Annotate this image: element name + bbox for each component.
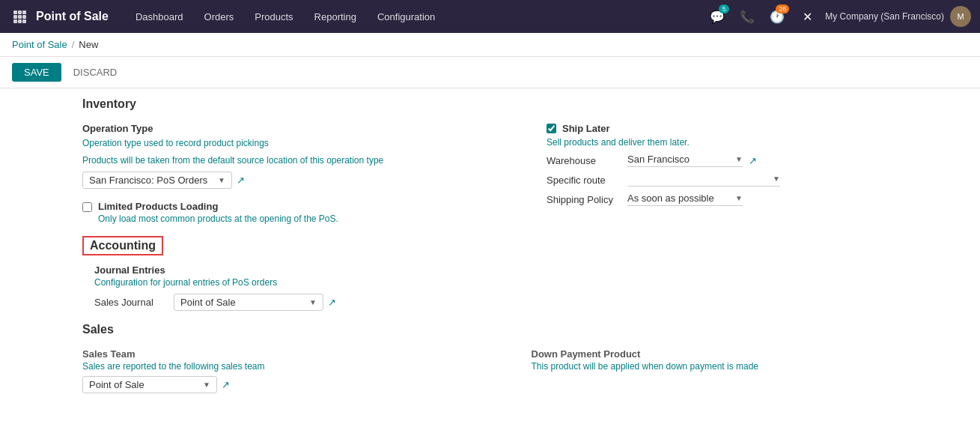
sales-right-col: Down Payment Product This product will b… [502, 348, 951, 393]
sales-team-select-row: Point of Sale ▼ ↗ [82, 376, 502, 393]
ship-later-help: Sell products and deliver them later. [547, 137, 950, 148]
specific-route-label: Specific route [547, 175, 621, 186]
limited-products-help: Only load most common products at the op… [98, 214, 338, 224]
operation-type-group: Operation Type Operation type used to re… [82, 123, 486, 189]
sales-team-select[interactable]: Point of Sale [89, 379, 200, 390]
sales-journal-arrow-icon: ▼ [309, 298, 317, 306]
close-icon: ✕ [803, 10, 812, 24]
sales-left-col: Sales Team Sales are reported to the fol… [82, 348, 502, 393]
shipping-policy-arrow-icon: ▼ [735, 194, 743, 202]
breadcrumb: Point of Sale / New [0, 33, 980, 57]
warehouse-arrow-icon: ▼ [735, 155, 743, 163]
operation-type-help1: Operation type used to record product pi… [82, 137, 486, 150]
specific-route-field: Specific route ▼ [547, 173, 950, 187]
sales-heading: Sales [82, 323, 950, 336]
sales-journal-select[interactable]: Point of Sale [180, 297, 306, 308]
svg-rect-8 [22, 19, 26, 23]
nav-right-icons: 💬 5 📞 🕐 26 ✕ My Company (San Francisco) … [705, 4, 971, 28]
ship-later-header: Ship Later [547, 123, 950, 134]
warehouse-label: Warehouse [547, 155, 621, 166]
specific-route-arrow-icon: ▼ [773, 175, 780, 183]
sales-team-external-link-icon[interactable]: ↗ [222, 379, 230, 390]
inventory-section: Inventory Operation Type Operation type … [0, 88, 980, 402]
inventory-heading: Inventory [82, 97, 950, 111]
user-avatar[interactable]: M [950, 6, 971, 27]
limited-products-text: Limited Products Loading Only load most … [98, 201, 338, 224]
ship-later-label: Ship Later [562, 123, 610, 134]
operation-type-arrow-icon: ▼ [218, 176, 225, 184]
shipping-policy-field: Shipping Policy As soon as possible ▼ [547, 193, 950, 206]
sales-journal-select-wrapper[interactable]: Point of Sale ▼ [174, 294, 323, 311]
accounting-heading: Accounting [90, 239, 156, 252]
operation-type-external-link-icon[interactable]: ↗ [237, 175, 245, 186]
activity-icon-btn[interactable]: 🕐 26 [765, 4, 789, 28]
sales-journal-label: Sales Journal [94, 297, 169, 308]
sales-team-arrow-icon: ▼ [203, 381, 210, 389]
inventory-left-col: Operation Type Operation type used to re… [82, 123, 516, 236]
nav-menu: Dashboard Orders Products Reporting Conf… [127, 0, 705, 33]
breadcrumb-current: New [79, 39, 98, 50]
operation-type-select[interactable]: San Francisco: PoS Orders [89, 175, 215, 186]
grid-menu-icon[interactable] [9, 6, 30, 27]
main-content: Inventory Operation Type Operation type … [0, 88, 980, 442]
top-navigation: Point of Sale Dashboard Orders Products … [0, 0, 980, 33]
shipping-policy-select[interactable]: As soon as possible [627, 193, 732, 204]
company-name: My Company (San Francisco) [825, 11, 944, 22]
specific-route-select[interactable] [627, 173, 770, 184]
nav-products[interactable]: Products [246, 0, 302, 33]
warehouse-field: Warehouse San Francisco ▼ ↗ [547, 154, 950, 167]
svg-rect-1 [18, 10, 22, 14]
specific-route-select-wrapper[interactable]: ▼ [627, 173, 780, 187]
sales-section: Sales Sales Team Sales are reported to t… [82, 323, 950, 393]
breadcrumb-parent[interactable]: Point of Sale [12, 39, 67, 50]
app-logo: Point of Sale [36, 10, 109, 23]
save-button[interactable]: SAVE [12, 63, 61, 82]
svg-rect-6 [13, 19, 17, 23]
limited-products-checkbox[interactable] [82, 202, 92, 212]
operation-type-help2: Products will be taken from the default … [82, 154, 486, 167]
journal-entries-label: Journal Entries [94, 264, 950, 276]
warehouse-external-link-icon[interactable]: ↗ [749, 155, 757, 166]
sales-journal-row: Sales Journal Point of Sale ▼ ↗ [94, 294, 950, 311]
breadcrumb-separator: / [72, 39, 75, 50]
accounting-section: Accounting Journal Entries Configuration… [82, 236, 950, 311]
svg-rect-4 [18, 15, 22, 19]
journal-section: Journal Entries Configuration for journa… [82, 264, 950, 311]
sales-team-label: Sales Team [82, 348, 502, 360]
sales-team-select-wrapper[interactable]: Point of Sale ▼ [82, 376, 217, 393]
nav-orders[interactable]: Orders [195, 0, 243, 33]
phone-icon: 📞 [740, 10, 755, 24]
shipping-policy-select-wrapper[interactable]: As soon as possible ▼ [627, 193, 743, 206]
phone-icon-btn[interactable]: 📞 [735, 4, 759, 28]
nav-reporting[interactable]: Reporting [305, 0, 365, 33]
chat-badge: 5 [719, 4, 729, 13]
down-payment-label: Down Payment Product [532, 348, 951, 360]
close-icon-btn[interactable]: ✕ [795, 4, 819, 28]
warehouse-select-wrapper[interactable]: San Francisco ▼ [627, 154, 743, 167]
chat-icon-btn[interactable]: 💬 5 [705, 4, 729, 28]
shipping-policy-label: Shipping Policy [547, 194, 621, 205]
operation-type-select-wrapper[interactable]: San Francisco: PoS Orders ▼ [82, 172, 232, 189]
nav-configuration[interactable]: Configuration [368, 0, 444, 33]
svg-rect-7 [18, 19, 22, 23]
activity-badge: 26 [776, 4, 789, 13]
warehouse-select[interactable]: San Francisco [627, 154, 732, 165]
limited-products-row: Limited Products Loading Only load most … [82, 201, 486, 224]
svg-rect-0 [13, 10, 17, 14]
user-initials: M [957, 12, 964, 21]
discard-button[interactable]: DISCARD [67, 63, 124, 82]
svg-rect-5 [22, 15, 26, 19]
down-payment-help: This product will be applied when down p… [532, 361, 951, 372]
svg-rect-3 [13, 15, 17, 19]
operation-type-label: Operation Type [82, 123, 486, 134]
sales-form: Sales Team Sales are reported to the fol… [82, 348, 950, 393]
ship-later-checkbox[interactable] [547, 124, 556, 133]
action-toolbar: SAVE DISCARD [0, 57, 980, 88]
svg-rect-2 [22, 10, 26, 14]
journal-entries-help: Configuration for journal entries of PoS… [94, 277, 950, 288]
nav-dashboard[interactable]: Dashboard [127, 0, 192, 33]
sales-journal-external-link-icon[interactable]: ↗ [328, 297, 336, 308]
accounting-heading-box: Accounting [82, 236, 163, 255]
operation-type-select-row: San Francisco: PoS Orders ▼ ↗ [82, 172, 486, 189]
limited-products-label: Limited Products Loading [98, 201, 338, 212]
